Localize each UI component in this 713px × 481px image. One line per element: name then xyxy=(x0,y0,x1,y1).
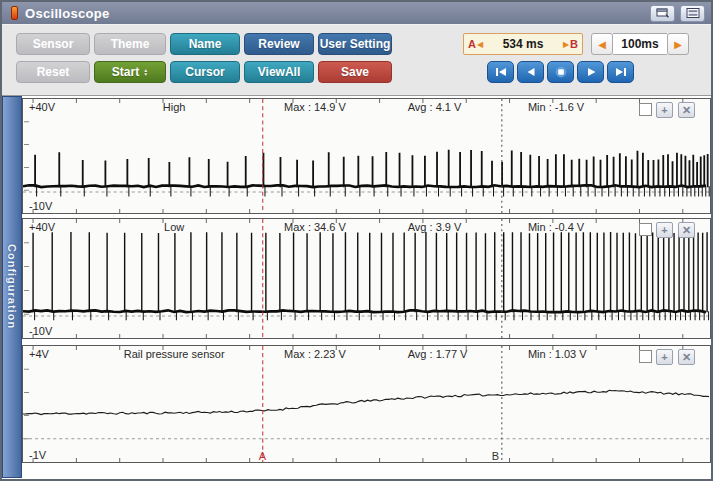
channel-high[interactable]: +40V High Max : 14.9 V Avg : 4.1 V Min :… xyxy=(22,98,711,214)
channel-close-button[interactable]: ✕ xyxy=(678,222,695,238)
range-left-arrow-icon: ◀ xyxy=(477,40,483,49)
configuration-label: Configuration xyxy=(6,244,18,329)
toolbar-button-sensor[interactable]: Sensor xyxy=(16,33,90,55)
stop-button[interactable] xyxy=(547,61,574,83)
waveform-high xyxy=(23,99,710,213)
spinner-icon: ▲▼ xyxy=(143,68,148,76)
timebase-decrease-button[interactable]: ◀ xyxy=(591,33,613,55)
toolbar-button-cursor[interactable]: Cursor xyxy=(170,61,240,83)
voltage-ticks xyxy=(24,122,29,190)
signal-trace xyxy=(23,390,709,414)
bottom-strip xyxy=(22,463,711,475)
channel-close-button[interactable]: ✕ xyxy=(678,102,695,118)
toolbar-button-name[interactable]: Name xyxy=(170,33,240,55)
button-label: Start xyxy=(112,65,139,79)
voltage-ticks xyxy=(24,243,29,314)
configuration-panel-tab[interactable]: Configuration xyxy=(2,96,22,478)
step-left-icon: ◀ xyxy=(598,39,606,50)
skip-start-icon xyxy=(494,67,508,77)
skip-end-button[interactable] xyxy=(607,61,634,83)
time-controls: A ◀ 534 ms ▶ B ◀ 100ms ▶ xyxy=(463,33,697,83)
detach-window-icon xyxy=(656,8,670,18)
cursor-b-label[interactable]: B xyxy=(492,450,499,462)
button-label: Reset xyxy=(37,65,70,79)
play-icon xyxy=(584,67,598,77)
min-stat: Min : -1.6 V xyxy=(528,101,584,113)
channel-name: Rail pressure sensor xyxy=(112,348,236,360)
toolbar-button-review[interactable]: Review xyxy=(244,33,314,55)
avg-stat: Avg : 1.77 V xyxy=(408,348,468,360)
avg-stat: Avg : 3.9 V xyxy=(408,221,462,233)
min-stat: Min : 1.03 V xyxy=(528,348,587,360)
timebase-increase-button[interactable]: ▶ xyxy=(667,33,689,55)
skip-end-icon xyxy=(614,67,628,77)
channel-zoom-button[interactable]: + xyxy=(656,349,673,365)
button-label: Save xyxy=(341,65,369,79)
channel-low[interactable]: +40V Low Max : 34.6 V Avg : 3.9 V Min : … xyxy=(22,218,711,339)
cursor-b-tag: B xyxy=(570,38,578,50)
channel-name: Low xyxy=(112,221,236,233)
vmax-label: +40V xyxy=(29,221,55,233)
min-stat: Min : -0.4 V xyxy=(528,221,584,233)
channel-stack: +40V High Max : 14.9 V Avg : 4.1 V Min :… xyxy=(22,96,711,478)
toolbar-button-theme[interactable]: Theme xyxy=(94,33,166,55)
window-title: Oscilloscope xyxy=(25,6,110,21)
vmin-label: -10V xyxy=(29,325,52,337)
detach-window-button[interactable] xyxy=(650,5,675,22)
vmax-label: +40V xyxy=(29,101,55,113)
signal-baseline xyxy=(23,185,706,187)
timebase-value: 100ms xyxy=(613,33,667,55)
layout-icon xyxy=(686,8,700,18)
vmin-label: -10V xyxy=(29,200,52,212)
play-button[interactable] xyxy=(577,61,604,83)
channel-select-checkbox[interactable] xyxy=(639,350,652,363)
toolbar: SensorThemeNameReviewUser Setting ResetS… xyxy=(2,25,711,96)
waveform-low xyxy=(23,219,710,338)
layout-button[interactable] xyxy=(680,5,705,22)
cursor-a-label[interactable]: A xyxy=(259,450,266,462)
range-row: A ◀ 534 ms ▶ B ◀ 100ms ▶ xyxy=(463,33,697,55)
main-content: Configuration +40V High Max : 14.9 V Avg… xyxy=(2,96,711,478)
step-right-icon: ▶ xyxy=(674,39,682,50)
channel-rail-pressure-sensor[interactable]: +4V Rail pressure sensor Max : 2.23 V Av… xyxy=(22,345,711,463)
vmax-label: +4V xyxy=(29,348,49,360)
button-label: Theme xyxy=(111,37,150,51)
voltage-ticks xyxy=(24,369,29,439)
step-back-icon xyxy=(524,67,538,77)
toolbar-button-user-setting[interactable]: User Setting xyxy=(318,33,392,55)
cursor-a-tag: A xyxy=(468,38,476,50)
channel-name: High xyxy=(112,101,236,113)
channel-close-button[interactable]: ✕ xyxy=(678,349,695,365)
skip-start-button[interactable] xyxy=(487,61,514,83)
signal-pulses xyxy=(35,150,708,187)
channel-select-checkbox[interactable] xyxy=(639,103,652,116)
button-label: User Setting xyxy=(320,37,391,51)
channel-zoom-button[interactable]: + xyxy=(656,102,673,118)
ab-range-box[interactable]: A ◀ 534 ms ▶ B xyxy=(463,33,583,55)
button-label: ViewAll xyxy=(258,65,300,79)
toolbar-button-reset[interactable]: Reset xyxy=(16,61,90,83)
max-stat: Max : 14.9 V xyxy=(284,101,346,113)
app-icon xyxy=(11,6,18,20)
step-back-button[interactable] xyxy=(517,61,544,83)
oscilloscope-window: Oscilloscope SensorThemeNameReviewUser S… xyxy=(0,0,713,481)
ruler-ticks xyxy=(33,346,683,462)
signal-undershoot xyxy=(37,186,710,196)
range-right-arrow-icon: ▶ xyxy=(563,40,569,49)
channel-select-checkbox[interactable] xyxy=(639,223,652,236)
max-stat: Max : 34.6 V xyxy=(284,221,346,233)
titlebar: Oscilloscope xyxy=(2,2,711,25)
button-label: Sensor xyxy=(33,37,74,51)
max-stat: Max : 2.23 V xyxy=(284,348,346,360)
toolbar-button-start[interactable]: Start▲▼ xyxy=(94,61,166,83)
channel-zoom-button[interactable]: + xyxy=(656,222,673,238)
ab-range-value: 534 ms xyxy=(484,37,562,51)
toolbar-button-viewall[interactable]: ViewAll xyxy=(244,61,314,83)
button-label: Name xyxy=(189,37,222,51)
button-label: Review xyxy=(258,37,299,51)
signal-pulses xyxy=(33,232,707,312)
toolbar-button-save[interactable]: Save xyxy=(318,61,392,83)
vmin-label: -1V xyxy=(29,449,46,461)
button-label: Cursor xyxy=(185,65,224,79)
playback-controls xyxy=(487,61,697,83)
